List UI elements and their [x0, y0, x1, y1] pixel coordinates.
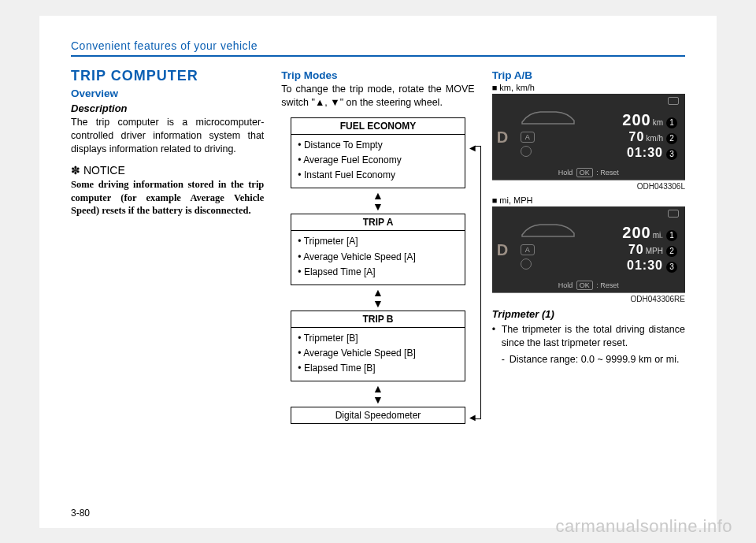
clock-icon — [521, 258, 532, 270]
readout-time: 01:30 3 — [587, 146, 677, 160]
figure-code: ODH043306L — [492, 182, 685, 191]
box-item: Tripmeter [B] — [304, 333, 358, 344]
description-heading: Description — [71, 102, 264, 114]
box-item: Instant Fuel Economy — [304, 169, 395, 180]
trip-modes-body: To change the trip mode, rotate the MOVE… — [281, 83, 474, 110]
car-silhouette-icon — [521, 106, 576, 127]
reset-hint: Hold OK : Reset — [492, 281, 685, 289]
flow-arrow-icon: ▲▼ — [291, 383, 465, 405]
section-title: TRIP COMPUTER — [71, 68, 264, 84]
ok-button-icon: OK — [576, 281, 593, 290]
value: 200 — [622, 224, 650, 242]
readout-distance: 200 mi. 1 — [587, 224, 677, 242]
column-3: Trip A/B ■ km, km/h D A 200 km 1 — [492, 66, 685, 429]
column-1: TRIP COMPUTER Overview Description The t… — [71, 66, 264, 429]
reset-label: : Reset — [596, 281, 619, 289]
callout-tag: 3 — [666, 262, 677, 273]
box-item: Distance To Empty — [304, 139, 383, 151]
list-text: The tripmeter is the total driving dista… — [502, 324, 685, 348]
box-trip-a: TRIP A • Tripmeter [A] • Average Vehicle… — [291, 214, 465, 285]
page-number: 3-80 — [71, 508, 90, 519]
page-header: Convenient features of your vehicle — [71, 39, 685, 57]
box-body: • Distance To Empty • Average Fuel Econo… — [291, 135, 464, 188]
unit: mi. — [653, 231, 663, 240]
trip-modes-heading: Trip Modes — [281, 69, 474, 81]
callout-tag: 1 — [666, 117, 677, 128]
dashboard-display: D A 200 mi. 1 70 MPH 2 — [492, 206, 685, 293]
content-columns: TRIP COMPUTER Overview Description The t… — [71, 66, 685, 429]
unit: km — [653, 118, 663, 127]
box-digital-speedometer: Digital Speedometer — [291, 407, 465, 424]
value: 200 — [622, 111, 650, 129]
trip-a-badge-icon: A — [521, 244, 535, 255]
box-item: Elapsed Time [A] — [304, 266, 376, 277]
flow-return-arrow-icon: ◀ — [469, 143, 476, 152]
overview-body: The trip computer is a microcomputer-con… — [71, 116, 264, 156]
tripmeter-list: The tripmeter is the total driving dista… — [492, 323, 685, 366]
column-2: Trip Modes To change the trip mode, rota… — [281, 66, 474, 429]
figure-label: ■ mi, MPH — [492, 195, 685, 205]
overview-heading: Overview — [71, 87, 264, 99]
callout-tag: 1 — [666, 230, 677, 241]
trip-ab-heading: Trip A/B — [492, 69, 685, 81]
watermark: carmanualsonline.info — [555, 516, 732, 537]
box-item: Elapsed Time [B] — [304, 363, 376, 374]
car-silhouette-icon — [521, 219, 576, 240]
box-fuel-economy: FUEL ECONOMY • Distance To Empty • Avera… — [291, 117, 465, 189]
callout-tag: 2 — [666, 133, 677, 144]
box-head: TRIP B — [291, 311, 464, 328]
value: 70 — [629, 130, 645, 144]
list-item: The tripmeter is the total driving dista… — [492, 323, 685, 366]
notice-body: Some driving information stored in the t… — [71, 178, 264, 218]
box-trip-b: TRIP B • Tripmeter [B] • Average Vehicle… — [291, 311, 465, 382]
reset-label: : Reset — [596, 169, 619, 177]
flow-return-line — [475, 146, 481, 420]
manual-page: Convenient features of your vehicle TRIP… — [39, 16, 717, 528]
gear-indicator: D — [497, 128, 508, 147]
reset-hint: Hold OK : Reset — [492, 169, 685, 177]
ok-button-icon: OK — [576, 168, 593, 177]
flow-return-arrow-icon: ◀ — [469, 413, 476, 422]
notice-label: ✽ NOTICE — [71, 164, 264, 177]
readout-distance: 200 km 1 — [587, 111, 677, 129]
dashboard-display: D A 200 km 1 70 km/h 2 — [492, 94, 685, 180]
value: 70 — [628, 243, 644, 257]
box-item: Average Vehicle Speed [A] — [303, 251, 416, 262]
box-head: TRIP A — [291, 214, 464, 231]
box-item: Average Fuel Economy — [303, 154, 402, 166]
hold-label: Hold — [558, 169, 573, 177]
fuel-icon — [668, 97, 679, 105]
value: 01:30 — [627, 146, 663, 160]
box-body: • Tripmeter [B] • Average Vehicle Speed … — [291, 328, 464, 381]
figure-label: ■ km, km/h — [492, 83, 685, 92]
figure-km: ■ km, km/h D A 200 km 1 70 — [492, 83, 685, 191]
readout-speed: 70 MPH 2 — [587, 243, 677, 257]
box-head: FUEL ECONOMY — [291, 118, 464, 135]
hold-label: Hold — [558, 281, 573, 289]
flow-arrow-icon: ▲▼ — [291, 190, 465, 212]
callout-tag: 2 — [666, 246, 677, 257]
callout-tag: 3 — [666, 149, 677, 160]
trip-a-badge-icon: A — [521, 132, 535, 143]
readout-time: 01:30 3 — [587, 258, 677, 273]
tripmeter-heading: Tripmeter (1) — [492, 308, 685, 320]
gear-indicator: D — [497, 241, 508, 259]
box-body: • Tripmeter [A] • Average Vehicle Speed … — [291, 231, 464, 285]
sub-list-item: Distance range: 0.0 ~ 9999.9 km or mi. — [502, 353, 685, 366]
figure-mi: ■ mi, MPH D A 200 mi. 1 70 — [492, 195, 685, 303]
figure-code: ODH043306RE — [492, 295, 685, 303]
clock-icon — [521, 146, 532, 157]
box-item: Tripmeter [A] — [304, 236, 358, 247]
trip-modes-flow: FUEL ECONOMY • Distance To Empty • Avera… — [281, 117, 474, 425]
box-item: Average Vehicle Speed [B] — [303, 348, 416, 359]
unit: km/h — [646, 134, 663, 143]
value: 01:30 — [627, 258, 663, 273]
readout-speed: 70 km/h 2 — [587, 130, 677, 144]
fuel-icon — [668, 210, 679, 218]
flow-arrow-icon: ▲▼ — [291, 287, 465, 309]
unit: MPH — [646, 247, 663, 255]
